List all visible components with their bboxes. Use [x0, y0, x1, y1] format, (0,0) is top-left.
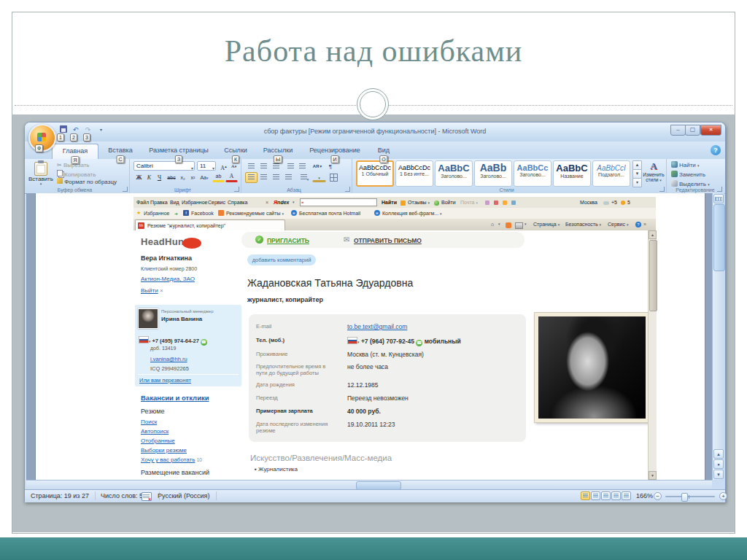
- favorites-button[interactable]: Избранное: [144, 211, 169, 216]
- menu-file[interactable]: Файл: [136, 200, 149, 205]
- bold-button[interactable]: Ж: [133, 172, 144, 183]
- browser-scroll-up-button[interactable]: ▲: [649, 230, 657, 239]
- sort-button[interactable]: АЯ▼: [311, 161, 325, 172]
- callback-link[interactable]: Или вам перезвонят: [139, 377, 191, 384]
- menu-favorites[interactable]: Избранное: [182, 200, 207, 205]
- style-zagolovok2[interactable]: AaBbЗаголово...: [474, 160, 512, 187]
- manager-email-link[interactable]: i.vanina@hh.ru: [150, 356, 187, 362]
- browse-object-button[interactable]: ●: [713, 459, 724, 469]
- increase-indent-button[interactable]: [296, 161, 308, 172]
- menu-help[interactable]: Справка: [228, 200, 247, 205]
- replace-button[interactable]: Заменить: [671, 171, 705, 178]
- caret-down-icon[interactable]: ▾: [525, 222, 527, 226]
- paste-button[interactable]: Вставить ▾: [28, 160, 54, 184]
- font-color-button[interactable]: А: [225, 172, 238, 182]
- zoom-slider-thumb[interactable]: [681, 493, 688, 502]
- menu-view[interactable]: Вид: [170, 200, 179, 205]
- menu-tools[interactable]: Сервис: [208, 200, 225, 205]
- tab-recenzirovanie[interactable]: Рецензирование И: [301, 144, 368, 157]
- invite-button[interactable]: ПРИГЛАСИТЬ: [267, 237, 309, 244]
- dialog-launcher-icon[interactable]: [123, 187, 128, 192]
- tab-vstavka[interactable]: Вставка С: [100, 144, 141, 157]
- add-favorite-icon[interactable]: ➜: [174, 211, 178, 216]
- view-fullscreen-button[interactable]: [591, 491, 600, 500]
- close-button[interactable]: ×: [700, 125, 721, 136]
- word-scroll-thumb[interactable]: [713, 204, 725, 271]
- zoom-slider-track[interactable]: [665, 496, 715, 497]
- rss-feed-icon[interactable]: [506, 222, 511, 228]
- subscript-button[interactable]: x₂: [177, 172, 188, 183]
- tab-razmetka[interactable]: Разметка страницы З: [142, 144, 215, 157]
- help-icon[interactable]: ?: [635, 222, 641, 228]
- copy-button[interactable]: Копировать: [57, 170, 96, 178]
- minimize-button[interactable]: ‒: [670, 125, 686, 136]
- bullets-button[interactable]: [245, 161, 258, 172]
- yandex-extra-icon[interactable]: [503, 201, 507, 205]
- superscript-button[interactable]: x²: [187, 172, 198, 183]
- underline-button[interactable]: Ч: [154, 172, 165, 183]
- view-draft-button[interactable]: [622, 491, 631, 500]
- view-outline-button[interactable]: [611, 491, 621, 500]
- style-podzagolovok[interactable]: AaBbCcIПодзагол...: [592, 160, 630, 187]
- select-button[interactable]: Выделить ▾: [671, 180, 710, 187]
- dialog-launcher-icon[interactable]: [659, 187, 665, 192]
- sidebar-link-vyborki[interactable]: Выборки резюме: [141, 447, 187, 454]
- align-right-button[interactable]: [270, 172, 282, 183]
- help-button[interactable]: ?: [711, 145, 721, 155]
- caret-down-icon[interactable]: ▾: [293, 200, 295, 204]
- sidebar-link-otobrannye[interactable]: Отобранные: [141, 438, 175, 444]
- yandex-reviews-button[interactable]: Отзывы ▾: [408, 200, 430, 205]
- sidebar-link-poisk[interactable]: Поиск: [141, 419, 157, 425]
- find-button[interactable]: Найти ▾: [671, 161, 700, 168]
- spellcheck-icon[interactable]: ×: [142, 492, 152, 501]
- yandex-mail-button[interactable]: Почта ▾: [460, 200, 478, 205]
- scroll-down-button[interactable]: ▼: [713, 470, 724, 479]
- browser-tab[interactable]: hh Резюме "журналист, копирайтер": [135, 219, 285, 230]
- numbering-button[interactable]: [258, 161, 270, 172]
- sidebar-logout-link[interactable]: Выйти ×: [141, 287, 163, 294]
- tools-menu-button[interactable]: Сервис ▾: [608, 222, 628, 227]
- browser-scrollbar[interactable]: ▲ ▼: [648, 230, 657, 480]
- borders-button[interactable]: [327, 172, 341, 183]
- email-link[interactable]: to.be.text@gmail.com: [347, 323, 407, 330]
- favorite-facebook[interactable]: Facebook: [191, 211, 214, 216]
- browser-scroll-down-button[interactable]: ▼: [649, 471, 657, 480]
- align-left-button[interactable]: [245, 172, 258, 183]
- favorite-recommended[interactable]: Рекомендуемые сайты ▾: [226, 211, 284, 216]
- zoom-in-button[interactable]: +: [719, 492, 727, 500]
- tab-glavnaya[interactable]: Главная Я: [52, 144, 98, 159]
- favorite-hotmail[interactable]: Бесплатная почта Hotmail: [299, 211, 360, 216]
- chevron-more-icon[interactable]: »: [643, 222, 646, 227]
- shading-button[interactable]: ▾: [312, 172, 326, 182]
- browser-scroll-thumb[interactable]: [649, 240, 657, 311]
- favorite-webslices[interactable]: Коллекция веб-фрагм... ▾: [382, 211, 442, 216]
- zoom-level-label[interactable]: 166%: [636, 492, 653, 499]
- word-vertical-scrollbar[interactable]: ▲ ● ▼: [712, 193, 724, 480]
- zoom-out-button[interactable]: −: [654, 492, 662, 500]
- menu-edit[interactable]: Правка: [150, 200, 168, 205]
- style-zagolovok3[interactable]: AaBbCcЗаголово...: [514, 160, 551, 187]
- style-obychny[interactable]: AaBbCcDc1 Обычный: [356, 160, 394, 187]
- style-zagolovok1[interactable]: AaBbCЗаголово...: [435, 160, 473, 187]
- line-spacing-button[interactable]: ▾: [298, 172, 311, 183]
- status-page-indicator[interactable]: Страница: 19 из 27: [31, 492, 89, 499]
- print-icon[interactable]: [515, 222, 523, 229]
- tab-ssylki[interactable]: Ссылки К: [217, 144, 255, 157]
- yandex-extra-icon[interactable]: [485, 201, 489, 205]
- yandex-login-button[interactable]: Войти: [441, 200, 456, 205]
- caret-down-icon[interactable]: ▾: [498, 222, 500, 226]
- status-language[interactable]: Русский (Россия): [158, 492, 209, 499]
- dialog-launcher-icon[interactable]: [345, 187, 350, 192]
- yandex-city[interactable]: Москва: [580, 200, 597, 205]
- yandex-search-input[interactable]: »: [300, 198, 377, 206]
- dialog-launcher-icon[interactable]: [234, 187, 239, 192]
- ruler-toggle-button[interactable]: [713, 194, 724, 203]
- add-comment-button[interactable]: добавить комментарий: [247, 254, 316, 265]
- view-print-layout-button[interactable]: [581, 491, 590, 500]
- style-nazvanie[interactable]: AaBbCНазвание: [553, 160, 591, 187]
- view-web-button[interactable]: [601, 491, 611, 500]
- change-styles-button[interactable]: A Изменить стили ▾: [642, 160, 665, 183]
- change-case-button[interactable]: Aa▾: [198, 172, 211, 183]
- safety-menu-button[interactable]: Безопасность ▾: [565, 222, 601, 227]
- align-center-button[interactable]: [258, 172, 270, 183]
